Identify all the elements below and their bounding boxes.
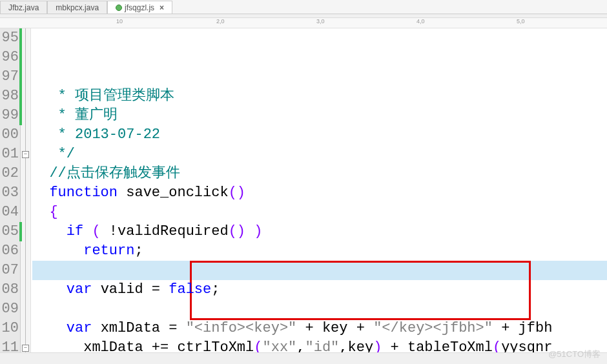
fold-guide <box>25 28 26 358</box>
code-line[interactable]: return; <box>32 241 607 261</box>
ruler-mark: 2,0 <box>216 18 225 25</box>
line-number: 99 <box>0 106 19 125</box>
tab-Jfbz-java[interactable]: Jfbz.java <box>0 1 47 14</box>
line-number: 09 <box>0 299 19 319</box>
line-number: 07 <box>0 261 19 280</box>
tab-jfsqgzl-js[interactable]: jfsqgzl.js× <box>107 1 172 14</box>
ruler-mark: 3,0 <box>316 18 325 25</box>
tab-bar: Jfbz.javambkpcx.javajfsqgzl.js× <box>0 0 607 14</box>
code-line[interactable]: if ( !validRequired() ) <box>32 222 607 241</box>
ruler-mark: 5,0 <box>517 18 525 25</box>
line-number: 98 <box>0 86 19 106</box>
code-line[interactable]: */ <box>32 145 607 164</box>
line-number: 05 <box>0 222 19 241</box>
ruler-mark: 10 <box>116 18 123 25</box>
code-line[interactable]: * 项目管理类脚本 <box>32 86 607 106</box>
line-number: 95 <box>0 28 19 48</box>
line-number: 06 <box>0 241 19 261</box>
line-number: 04 <box>0 203 19 222</box>
line-number: 03 <box>0 183 19 203</box>
line-number: 97 <box>0 67 19 86</box>
line-number: 10 <box>0 319 19 338</box>
code-line[interactable]: //点击保存触发事件 <box>32 164 607 183</box>
fold-toggle[interactable]: − <box>22 345 29 352</box>
fold-toggle[interactable]: − <box>22 151 29 158</box>
line-number: 96 <box>0 48 19 67</box>
code-line[interactable] <box>32 261 607 280</box>
ruler: 102,03,04,05,0 <box>0 18 607 28</box>
ruler-mark: 4,0 <box>417 18 425 25</box>
file-icon <box>116 5 122 11</box>
code-line[interactable]: { <box>32 203 607 222</box>
watermark: @51CTO博客 <box>548 349 601 360</box>
close-icon[interactable]: × <box>159 3 164 12</box>
code-line[interactable] <box>32 299 607 319</box>
code-line[interactable]: * 董广明 <box>32 106 607 125</box>
code-line[interactable]: var valid = false; <box>32 280 607 299</box>
change-marker <box>19 28 22 125</box>
tab-mbkpcx-java[interactable]: mbkpcx.java <box>47 1 107 14</box>
line-number: 08 <box>0 280 19 299</box>
code-editor[interactable]: 9596979899000102030405060708091011 − − *… <box>0 28 607 364</box>
code-line[interactable]: function save_onclick() <box>32 183 607 203</box>
tab-label: Jfbz.java <box>8 3 39 12</box>
change-marker <box>19 222 22 241</box>
line-number-gutter: 9596979899000102030405060708091011 <box>0 28 21 364</box>
code-area[interactable]: * 项目管理类脚本 * 董广明 * 2013-07-22 */ //点击保存触发… <box>31 28 607 364</box>
line-number: 01 <box>0 145 19 164</box>
current-line-highlight <box>32 261 607 280</box>
code-line[interactable]: var xmlData = "<info><key>" + key + "</k… <box>32 319 607 338</box>
tab-label: mbkpcx.java <box>56 3 99 12</box>
code-line[interactable]: * 2013-07-22 <box>32 125 607 145</box>
line-number: 02 <box>0 164 19 183</box>
fold-column: − − <box>21 28 31 364</box>
tab-label: jfsqgzl.js <box>125 3 154 12</box>
line-number: 00 <box>0 125 19 145</box>
status-bar <box>0 352 607 364</box>
